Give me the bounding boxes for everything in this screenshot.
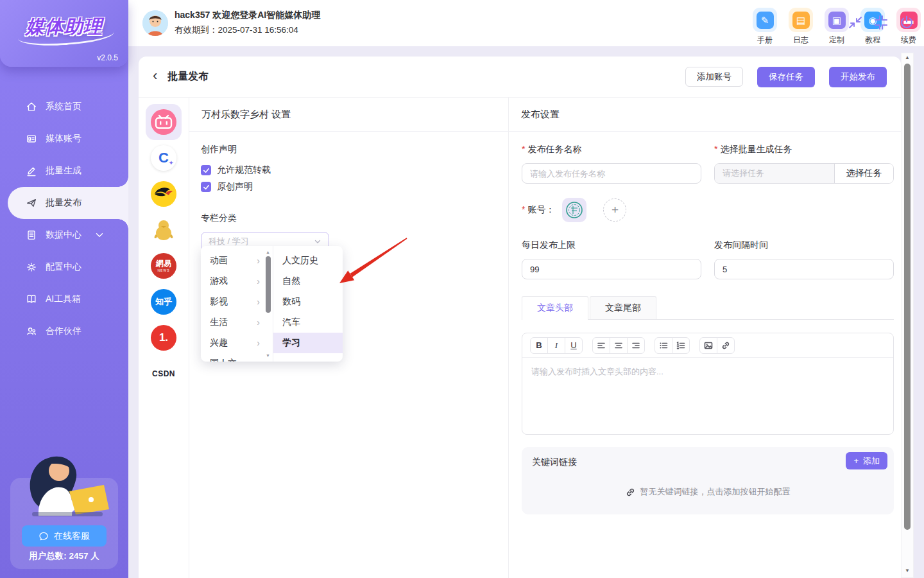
bird-icon — [151, 181, 176, 207]
checkbox-row-reprint[interactable]: 允许规范转载 — [201, 164, 497, 176]
bullet-list-button[interactable] — [654, 337, 672, 354]
tab-article-head[interactable]: 文章头部 — [522, 296, 588, 320]
cascader-parent-item[interactable]: 兴趣 › — [201, 333, 273, 353]
sidebar-item-batch-publish[interactable]: 批量发布 — [8, 187, 128, 219]
cascader-scroll-thumb[interactable] — [266, 256, 271, 313]
sidebar-item-media-accounts[interactable]: 媒体账号 — [0, 123, 128, 155]
interval-input[interactable] — [714, 259, 894, 279]
platform-csdn[interactable]: CSDN — [146, 356, 182, 392]
platform-c-creator[interactable]: C✦ — [146, 140, 182, 176]
cascader-parent-item[interactable]: 生活 › — [201, 312, 273, 333]
power-icon[interactable] — [898, 14, 915, 31]
add-account-plus-button[interactable]: + — [603, 198, 626, 222]
italic-button[interactable]: I — [547, 337, 565, 354]
daily-limit-input[interactable] — [522, 259, 701, 279]
expiry-text: 有效期到：2025-07-31 16:56:04 — [175, 24, 298, 36]
sidebar-item-ai-toolbox[interactable]: AI工具箱 — [0, 283, 128, 315]
numbered-list-button[interactable] — [672, 337, 690, 354]
gear-icon — [26, 261, 37, 273]
cascader-parent-item-clipped[interactable]: 国人文 › — [201, 353, 273, 362]
gen-task-label: *选择批量生成任务 — [714, 144, 894, 155]
save-task-button[interactable]: 保存任务 — [757, 67, 815, 87]
sidebar-item-home[interactable]: 系统首页 — [0, 91, 128, 123]
account-avatar[interactable] — [562, 198, 586, 222]
cascader-parent-item[interactable]: 游戏 › — [201, 271, 273, 292]
cascader-child-item[interactable]: 汽车 — [273, 312, 343, 333]
support-card: 在线客服 用户总数: 2457 人 — [10, 478, 118, 569]
platform-bilibili[interactable] — [146, 104, 182, 140]
quick-action-manual[interactable]: ✎ 手册 — [747, 8, 783, 46]
sidebar-item-partners[interactable]: 合作伙伴 — [0, 315, 128, 347]
checkbox-label: 原创声明 — [217, 181, 253, 193]
user-avatar[interactable] — [142, 10, 168, 36]
platform-settings-title: 万村乐数字乡村 设置 — [189, 98, 508, 132]
sidebar-item-label: 批量发布 — [46, 197, 81, 209]
netease-icon: 網易 NEWS — [151, 253, 176, 279]
list-panel-icon — [26, 229, 37, 241]
quick-action-logs[interactable]: ▤ 日志 — [783, 8, 819, 46]
sidebar-item-label: 媒体账号 — [46, 133, 81, 144]
cascader-scrollbar[interactable]: ▲ ▼ — [265, 250, 271, 358]
scroll-up-icon[interactable]: ▲ — [905, 53, 910, 62]
add-account-button[interactable]: 添加账号 — [685, 67, 743, 87]
yidian-icon: 1. — [151, 325, 176, 351]
support-agent-illustration — [19, 445, 109, 525]
align-center-button[interactable] — [610, 337, 628, 354]
online-support-button[interactable]: 在线客服 — [22, 525, 107, 547]
collapse-arrows-icon[interactable] — [847, 14, 864, 31]
underline-button[interactable]: U — [565, 337, 583, 354]
cascader-child-item[interactable]: 人文历史 — [273, 250, 343, 271]
page-title: 批量发布 — [167, 70, 209, 83]
editor-placeholder[interactable]: 请输入发布时插入文章头部的内容... — [522, 358, 893, 386]
sidebar-item-data-center[interactable]: 数据中心 — [0, 219, 128, 251]
gen-task-input[interactable]: 请选择任务 — [715, 164, 834, 183]
checkbox-checked-icon[interactable] — [201, 165, 211, 175]
chevron-right-icon: › — [257, 358, 260, 362]
start-publish-button[interactable]: 开始发布 — [829, 67, 887, 87]
plus-icon: + — [612, 203, 619, 217]
sidebar-item-label: 系统首页 — [46, 101, 81, 112]
platform-qq[interactable] — [146, 212, 182, 248]
cascader-parent-item[interactable]: 影视 › — [201, 292, 273, 312]
platform-zhihu[interactable]: 知乎 — [146, 284, 182, 320]
collapse-corners-icon[interactable] — [873, 14, 889, 31]
scroll-down-icon[interactable]: ▼ — [266, 353, 270, 358]
scroll-thumb[interactable] — [904, 64, 911, 530]
keywords-add-button[interactable]: + 添加 — [846, 452, 887, 469]
cascader-parent-item[interactable]: 动画 › — [201, 250, 273, 271]
platform-sohu-bird[interactable] — [146, 176, 182, 212]
sidebar-nav: 系统首页 媒体账号 批量生成 批量发布 数据中心 配置中心 AI工具箱 — [0, 91, 128, 347]
cascader-child-item[interactable]: 数码 — [273, 292, 343, 312]
choose-task-button[interactable]: 选择任务 — [834, 164, 893, 183]
main-scrollbar[interactable]: ▲ ▼ — [901, 53, 914, 578]
platform-netease[interactable]: 網易 NEWS — [146, 248, 182, 284]
chevron-right-icon: › — [257, 338, 260, 348]
chevron-right-icon: › — [257, 256, 260, 266]
cascader-child-item-selected[interactable]: 学习 — [273, 333, 343, 353]
required-mark: * — [522, 204, 525, 215]
align-left-button[interactable] — [592, 337, 610, 354]
chat-bubble-icon — [38, 531, 49, 541]
sidebar-item-label: 数据中心 — [46, 229, 81, 241]
sidebar-item-label: 批量生成 — [46, 165, 81, 177]
cascader-child-item[interactable]: 自然 — [273, 271, 343, 292]
bold-button[interactable]: B — [530, 337, 548, 354]
align-right-button[interactable] — [627, 337, 645, 354]
checkbox-row-original[interactable]: 原创声明 — [201, 181, 497, 193]
checkbox-checked-icon[interactable] — [201, 182, 211, 192]
scroll-down-icon[interactable]: ▼ — [905, 566, 910, 575]
sidebar-item-config-center[interactable]: 配置中心 — [0, 251, 128, 283]
scroll-up-icon[interactable]: ▲ — [266, 250, 270, 254]
task-name-label: *发布任务名称 — [522, 144, 701, 155]
back-chevron-icon[interactable]: ‹ — [153, 69, 157, 83]
user-total: 用户总数: 2457 人 — [10, 550, 118, 562]
platform-yidian[interactable]: 1. — [146, 320, 182, 356]
sidebar-item-label: 配置中心 — [46, 261, 81, 273]
article-head-editor: B I U — [522, 333, 894, 435]
avatar-face — [142, 10, 168, 36]
sidebar-item-batch-generate[interactable]: 批量生成 — [0, 155, 128, 187]
task-name-input[interactable] — [522, 163, 701, 184]
insert-link-button[interactable] — [717, 337, 735, 354]
tab-article-tail[interactable]: 文章尾部 — [590, 296, 656, 319]
insert-image-button[interactable] — [699, 337, 717, 354]
